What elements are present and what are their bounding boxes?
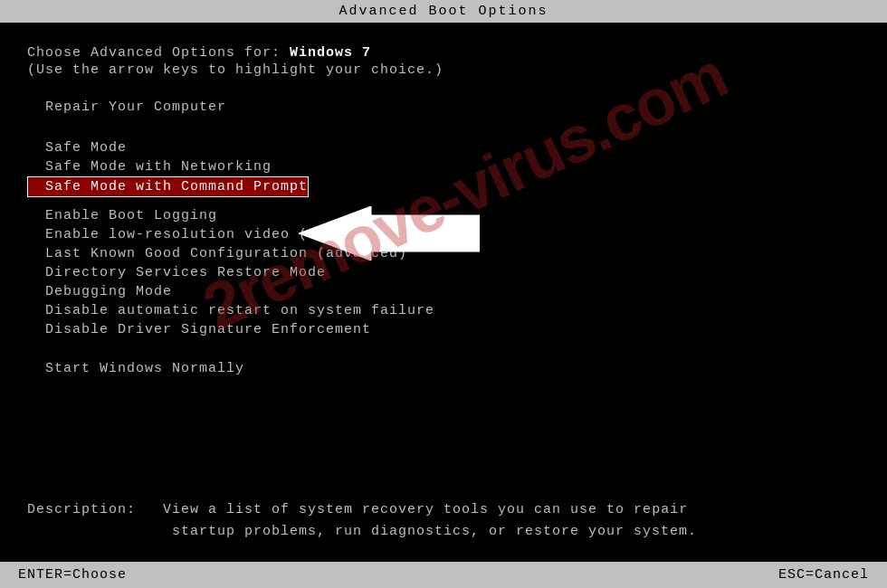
menu-item-boot-logging[interactable]: Enable Boot Logging [27, 206, 860, 225]
description-line1: View a list of system recovery tools you… [163, 502, 688, 517]
description-area: Description: View a list of system recov… [27, 499, 860, 543]
menu-group-other: Enable Boot Logging Enable low-resolutio… [27, 206, 860, 339]
intro-line-2: (Use the arrow keys to highlight your ch… [27, 62, 860, 78]
menu-item-disable-driver-sig[interactable]: Disable Driver Signature Enforcement [27, 320, 860, 339]
menu-item-start-normally[interactable]: Start Windows Normally [27, 359, 860, 378]
menu-item-repair-computer[interactable]: Repair Your Computer [27, 98, 860, 117]
main-content: Choose Advanced Options for: Windows 7 (… [0, 23, 887, 396]
menu-group-safe: Safe Mode Safe Mode with Networking Safe… [27, 138, 860, 197]
menu-item-disable-auto-restart[interactable]: Disable automatic restart on system fail… [27, 301, 860, 320]
esc-label: ESC=Cancel [778, 567, 869, 583]
menu-item-debugging-mode[interactable]: Debugging Mode [27, 282, 860, 301]
intro-line-1: Choose Advanced Options for: Windows 7 [27, 45, 860, 61]
menu-item-directory-services[interactable]: Directory Services Restore Mode [27, 263, 860, 282]
bottom-bar: ENTER=Choose ESC=Cancel [0, 562, 887, 588]
menu-item-safe-mode-networking[interactable]: Safe Mode with Networking [27, 157, 860, 176]
enter-label: ENTER=Choose [18, 567, 127, 583]
menu-item-safe-mode-command-prompt[interactable]: Safe Mode with Command Prompt [27, 176, 309, 197]
menu-item-safe-mode[interactable]: Safe Mode [27, 138, 860, 157]
intro-prefix: Choose Advanced Options for: [27, 45, 290, 61]
title-text: Advanced Boot Options [339, 4, 548, 19]
menu-item-last-known-good[interactable]: Last Known Good Configuration (advanced) [27, 244, 860, 263]
intro-os: Windows 7 [290, 45, 371, 61]
description-label: Description: [27, 502, 136, 517]
title-bar: Advanced Boot Options [0, 0, 887, 23]
menu-item-low-res[interactable]: Enable low-resolution video (640x480) [27, 225, 860, 244]
description-line2: startup problems, run diagnostics, or re… [172, 524, 697, 539]
